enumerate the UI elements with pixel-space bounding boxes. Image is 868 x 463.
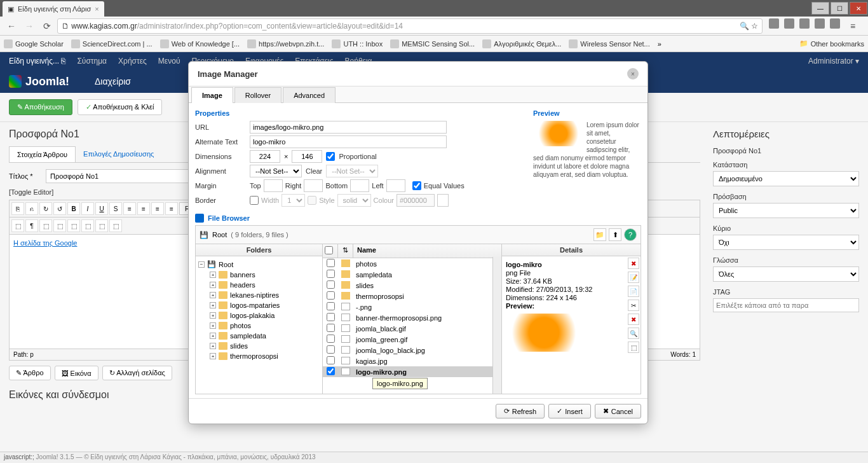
file-row[interactable]: logo-mikro.png <box>323 366 501 377</box>
ed-btn[interactable]: ⬚ <box>109 219 122 232</box>
bookmark-item[interactable]: MEMSIC Sensing Sol... <box>390 39 475 48</box>
admin-menu[interactable]: Administrator ▾ <box>808 57 859 66</box>
margin-bottom-input[interactable] <box>350 179 369 192</box>
ed-btn[interactable]: ¶ <box>25 219 38 232</box>
align-justify-icon[interactable]: ≡ <box>165 202 178 215</box>
expand-icon[interactable]: + <box>210 312 216 319</box>
expand-icon[interactable]: + <box>210 333 216 339</box>
tree-folder[interactable]: + sampledata <box>198 331 320 341</box>
back-button[interactable]: ← <box>4 18 19 34</box>
tab-rollover[interactable]: Rollover <box>234 87 281 103</box>
topmenu-item[interactable]: Είδη υγιεινής... ⎘ <box>9 57 65 66</box>
tags-input[interactable] <box>713 298 859 312</box>
file-row[interactable]: thermoprosopsi <box>323 291 501 301</box>
expand-icon[interactable]: + <box>210 322 216 329</box>
tab-advanced[interactable]: Advanced <box>283 87 336 103</box>
ext-icon[interactable] <box>830 18 840 29</box>
file-checkbox[interactable] <box>327 335 335 343</box>
bookmark-item[interactable]: UTH :: Inbox <box>332 39 383 48</box>
expand-icon[interactable]: + <box>210 302 216 308</box>
expand-icon[interactable]: + <box>210 282 216 288</box>
file-checkbox[interactable] <box>327 302 335 310</box>
bookmark-item[interactable]: Αλγοριθμικές Θεμελ... <box>482 39 561 48</box>
maximize-button[interactable]: ☐ <box>831 2 848 15</box>
tree-folder[interactable]: + headers <box>198 280 320 290</box>
expand-icon[interactable]: + <box>210 353 216 359</box>
cancel-button[interactable]: ✖ Cancel <box>595 404 641 418</box>
align-select[interactable]: --Not Set-- <box>250 165 302 177</box>
featured-select[interactable]: Όχι <box>713 235 859 250</box>
ed-btn[interactable]: ⬚ <box>95 219 108 232</box>
close-icon[interactable]: × <box>627 68 639 79</box>
italic-icon[interactable]: I <box>81 202 94 215</box>
access-select[interactable]: Public <box>713 203 859 218</box>
tab-image[interactable]: Image <box>191 87 233 103</box>
reload-button[interactable]: ⟳ <box>39 18 55 34</box>
save-button[interactable]: ✎ Αποθήκευση <box>9 99 72 115</box>
search-icon[interactable]: 🔍 <box>740 22 749 31</box>
tree-folder[interactable]: + logos-plakakia <box>198 310 320 321</box>
tree-folder[interactable]: + thermoprosopsi <box>198 351 320 361</box>
file-checkbox[interactable] <box>327 291 335 300</box>
margin-right-input[interactable] <box>304 179 323 192</box>
file-checkbox[interactable] <box>327 356 335 364</box>
topmenu-item[interactable]: Χρήστες <box>118 57 147 66</box>
help-icon[interactable]: ? <box>624 228 637 241</box>
file-checkbox[interactable] <box>327 367 335 375</box>
border-checkbox[interactable] <box>250 196 259 205</box>
image-button[interactable]: 🖼 Εικόνα <box>55 366 98 380</box>
sort-icon[interactable]: ⇅ <box>338 244 353 258</box>
border-colour-input[interactable] <box>397 194 435 207</box>
editor-content-link[interactable]: Η σελίδα της Google <box>13 239 77 247</box>
margin-top-input[interactable] <box>264 179 283 192</box>
save-close-button[interactable]: Αποθήκευση & Κλεί <box>78 99 163 115</box>
height-input[interactable] <box>292 150 322 163</box>
border-width-select[interactable]: 1 <box>281 194 305 207</box>
proportional-checkbox[interactable] <box>326 152 335 161</box>
tree-folder[interactable]: + banners <box>198 270 320 280</box>
expand-icon[interactable]: + <box>210 343 216 349</box>
file-checkbox[interactable] <box>327 313 335 321</box>
tab-publish[interactable]: Επιλογές Δημοσίευσης <box>76 146 161 162</box>
new-folder-icon[interactable]: 📁 <box>593 228 606 241</box>
alt-input[interactable] <box>250 135 447 148</box>
ed-btn[interactable]: ⬚ <box>53 219 66 232</box>
expand-icon[interactable]: + <box>210 272 216 278</box>
language-select[interactable]: Όλες <box>713 266 859 282</box>
file-row[interactable]: kagias.jpg <box>323 356 501 366</box>
collapse-icon[interactable]: − <box>198 261 205 268</box>
remove-icon[interactable]: ✖ <box>628 314 639 325</box>
file-checkbox[interactable] <box>327 280 335 289</box>
ed-btn[interactable]: ⎌ <box>25 202 38 215</box>
forward-button[interactable]: → <box>22 18 37 34</box>
bookmark-item[interactable]: Wireless Sensor Net... <box>569 39 649 48</box>
tree-folder[interactable]: + photos <box>198 321 320 331</box>
bookmark-item[interactable]: ScienceDirect.com | ... <box>71 39 153 48</box>
browser-tab[interactable]: ▣ Είδη υγιεινής στη Λάρισ × <box>3 1 104 17</box>
menu-icon[interactable]: ≡ <box>845 18 860 34</box>
equal-values-checkbox[interactable] <box>412 181 421 190</box>
gear-icon[interactable] <box>769 18 779 29</box>
close-button[interactable]: ✕ <box>850 2 867 15</box>
insert-button[interactable]: ✓ Insert <box>548 404 591 418</box>
bookmark-item[interactable]: Web of Knowledge [... <box>160 39 240 48</box>
clear-select[interactable]: --Not Set-- <box>326 165 378 177</box>
underline-icon[interactable]: U <box>95 202 108 215</box>
ed-btn[interactable]: ↻ <box>39 202 52 215</box>
tree-folder[interactable]: + slides <box>198 341 320 351</box>
strike-icon[interactable]: S <box>109 202 122 215</box>
tree-folder[interactable]: + logos-mpataries <box>198 300 320 310</box>
file-checkbox[interactable] <box>327 259 335 267</box>
delete-icon[interactable]: ✖ <box>628 258 639 269</box>
file-row[interactable]: photos <box>323 258 501 269</box>
tab-content[interactable]: Στοιχεία Άρθρου <box>9 146 76 162</box>
rename-icon[interactable]: 📝 <box>628 272 639 283</box>
zoom-icon[interactable]: 🔍 <box>628 328 639 339</box>
more-bookmarks[interactable]: » <box>658 40 661 48</box>
pagebreak-button[interactable]: ↻ Αλλαγή σελίδας <box>102 366 172 380</box>
close-icon[interactable]: × <box>95 5 98 13</box>
expand-icon[interactable]: + <box>210 292 216 298</box>
align-left-icon[interactable]: ≡ <box>123 202 136 215</box>
file-checkbox[interactable] <box>327 324 335 332</box>
bookmark-item[interactable]: Google Scholar <box>4 39 64 48</box>
